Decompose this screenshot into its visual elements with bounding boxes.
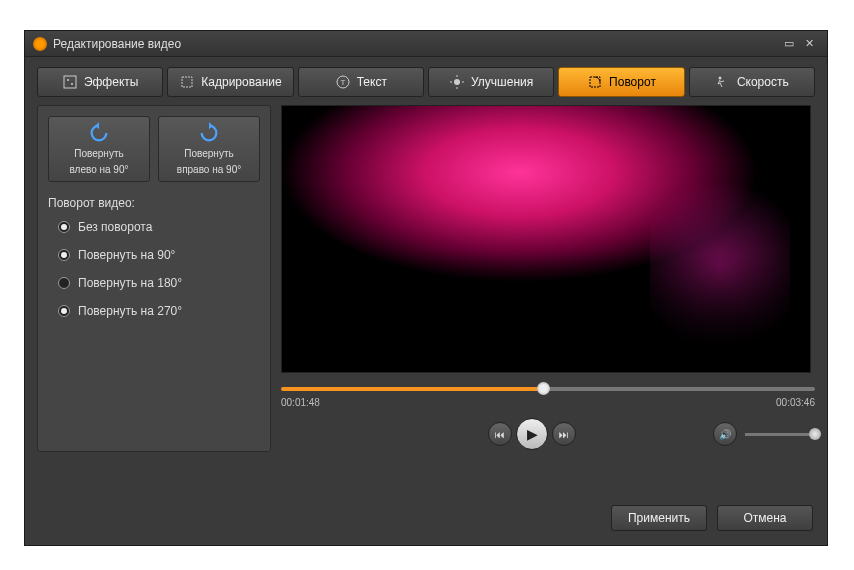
close-button[interactable]: ✕ bbox=[799, 37, 819, 50]
radio-icon bbox=[58, 305, 70, 317]
cancel-button[interactable]: Отмена bbox=[717, 505, 813, 531]
rotate-right-line2: вправо на 90° bbox=[177, 164, 241, 176]
effects-icon bbox=[62, 74, 78, 90]
timeline: 00:01:48 00:03:46 bbox=[281, 387, 815, 408]
radio-label: Повернуть на 180° bbox=[78, 276, 182, 290]
rotate-right-icon bbox=[198, 122, 220, 144]
titlebar: Редактирование видео ▭ ✕ bbox=[25, 31, 827, 57]
tab-crop[interactable]: Кадрирование bbox=[167, 67, 293, 97]
radio-icon bbox=[58, 221, 70, 233]
video-preview[interactable] bbox=[281, 105, 811, 373]
radio-rotate-270[interactable]: Повернуть на 270° bbox=[58, 304, 260, 318]
volume-icon: 🔊 bbox=[719, 429, 731, 440]
svg-text:T: T bbox=[340, 78, 345, 87]
volume-slider[interactable] bbox=[745, 433, 815, 436]
next-button[interactable]: ⏭ bbox=[552, 422, 576, 446]
tab-enhance[interactable]: Улучшения bbox=[428, 67, 554, 97]
enhance-icon bbox=[449, 74, 465, 90]
current-time: 00:01:48 bbox=[281, 397, 320, 408]
volume-button[interactable]: 🔊 bbox=[713, 422, 737, 446]
rotate-left-button[interactable]: Повернуть влево на 90° bbox=[48, 116, 150, 182]
radio-icon bbox=[58, 277, 70, 289]
text-icon: T bbox=[335, 74, 351, 90]
player-controls: ⏮ ▶ ⏭ 🔊 bbox=[281, 416, 815, 452]
rotate-right-line1: Повернуть bbox=[184, 148, 233, 160]
rotate-section-label: Поворот видео: bbox=[48, 196, 260, 210]
svg-point-2 bbox=[71, 83, 73, 85]
rotate-icon bbox=[587, 74, 603, 90]
radio-label: Повернуть на 90° bbox=[78, 248, 175, 262]
radio-no-rotate[interactable]: Без поворота bbox=[58, 220, 260, 234]
radio-rotate-180[interactable]: Повернуть на 180° bbox=[58, 276, 260, 290]
tab-label: Скорость bbox=[737, 75, 789, 89]
prev-button[interactable]: ⏮ bbox=[488, 422, 512, 446]
play-button[interactable]: ▶ bbox=[516, 418, 548, 450]
apply-button[interactable]: Применить bbox=[611, 505, 707, 531]
rotate-left-line2: влево на 90° bbox=[69, 164, 128, 176]
svg-point-1 bbox=[67, 79, 69, 81]
skip-forward-icon: ⏭ bbox=[559, 429, 569, 440]
radio-rotate-90[interactable]: Повернуть на 90° bbox=[58, 248, 260, 262]
tab-rotate[interactable]: Поворот bbox=[558, 67, 684, 97]
tab-text[interactable]: T Текст bbox=[298, 67, 424, 97]
seek-thumb[interactable] bbox=[537, 382, 550, 395]
svg-rect-0 bbox=[64, 76, 76, 88]
crop-icon bbox=[179, 74, 195, 90]
rotate-right-button[interactable]: Повернуть вправо на 90° bbox=[158, 116, 260, 182]
tab-label: Эффекты bbox=[84, 75, 139, 89]
window-title: Редактирование видео bbox=[53, 37, 779, 51]
skip-back-icon: ⏮ bbox=[495, 429, 505, 440]
rotate-panel: Повернуть влево на 90° Повернуть вправо … bbox=[37, 105, 271, 452]
dialog-footer: Применить Отмена bbox=[611, 505, 813, 531]
editor-window: Редактирование видео ▭ ✕ Эффекты Кадриро… bbox=[24, 30, 828, 546]
radio-icon bbox=[58, 249, 70, 261]
svg-point-6 bbox=[454, 79, 460, 85]
radio-label: Без поворота bbox=[78, 220, 152, 234]
radio-label: Повернуть на 270° bbox=[78, 304, 182, 318]
tab-label: Поворот bbox=[609, 75, 656, 89]
tab-label: Текст bbox=[357, 75, 387, 89]
rotate-left-line1: Повернуть bbox=[74, 148, 123, 160]
svg-rect-3 bbox=[182, 77, 192, 87]
app-icon bbox=[33, 37, 47, 51]
tab-label: Кадрирование bbox=[201, 75, 281, 89]
minimize-button[interactable]: ▭ bbox=[779, 37, 799, 50]
tab-effects[interactable]: Эффекты bbox=[37, 67, 163, 97]
rotate-left-icon bbox=[88, 122, 110, 144]
speed-icon bbox=[715, 74, 731, 90]
tabs-bar: Эффекты Кадрирование T Текст Улучшения П… bbox=[25, 57, 827, 105]
tab-speed[interactable]: Скорость bbox=[689, 67, 815, 97]
total-time: 00:03:46 bbox=[776, 397, 815, 408]
rotate-radio-group: Без поворота Повернуть на 90° Повернуть … bbox=[48, 220, 260, 318]
svg-point-12 bbox=[718, 77, 721, 80]
preview-panel: 00:01:48 00:03:46 ⏮ ▶ ⏭ bbox=[281, 105, 815, 452]
tab-label: Улучшения bbox=[471, 75, 533, 89]
seek-track[interactable] bbox=[281, 387, 815, 391]
volume-thumb[interactable] bbox=[809, 428, 821, 440]
play-icon: ▶ bbox=[527, 426, 538, 442]
